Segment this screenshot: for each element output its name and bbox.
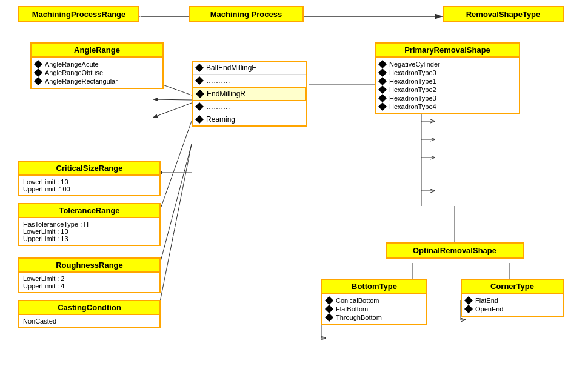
attr-angle-range-acute: AngleRangeAcute bbox=[35, 60, 159, 68]
primary-removal-shape-box: PrimaryRemovalShape NegativeCylinder Hex… bbox=[375, 42, 520, 114]
attr-hexadron-type2: HexadronType2 bbox=[379, 85, 515, 94]
process-item-reaming: Reaming bbox=[193, 113, 306, 125]
diamond-icon bbox=[195, 76, 204, 85]
svg-line-6 bbox=[153, 103, 192, 118]
diamond-icon bbox=[196, 90, 204, 98]
critical-size-range-header: CriticalSizeRange bbox=[19, 162, 159, 176]
diamond-icon bbox=[34, 68, 42, 77]
attr-angle-range-obtuse: AngleRangeObtuse bbox=[35, 68, 159, 77]
roughness-range-header: RoughnessRange bbox=[19, 259, 159, 273]
attr-negative-cylinder: NegativeCylinder bbox=[379, 60, 515, 68]
casting-condtion-body: NonCasted bbox=[19, 315, 159, 327]
roughness-range-body: LowerLimit : 2 UpperLimit : 4 bbox=[19, 273, 159, 292]
tolerance-range-body: HasToleranceType : IT LowerLimit : 10 Up… bbox=[19, 218, 159, 245]
process-item-dotted1: ………. bbox=[193, 75, 306, 87]
attr-hexadron-type4: HexadronType4 bbox=[379, 102, 515, 111]
diamond-icon bbox=[325, 296, 333, 305]
diamond-icon bbox=[464, 296, 473, 305]
primary-removal-shape-body: NegativeCylinder HexadronType0 HexadronT… bbox=[376, 58, 519, 113]
diamond-icon bbox=[195, 64, 204, 72]
svg-line-5 bbox=[153, 99, 192, 100]
bottom-type-box: BottomType ConicalBottom FlatBottom Thro… bbox=[321, 279, 427, 325]
corner-type-body: FlatEnd OpenEnd bbox=[462, 294, 563, 316]
bottom-type-body: ConicalBottom FlatBottom ThroughBottom bbox=[322, 294, 426, 324]
attr-hexadron-type0: HexadronType0 bbox=[379, 68, 515, 77]
primary-removal-shape-header: PrimaryRemovalShape bbox=[376, 44, 519, 58]
attr-flat-end: FlatEnd bbox=[466, 296, 559, 305]
corner-type-header: CornerType bbox=[462, 280, 563, 294]
removal-shape-type-node: RemovalShapeType bbox=[443, 6, 564, 22]
attr-open-end: OpenEnd bbox=[466, 305, 559, 313]
diamond-icon bbox=[34, 60, 42, 68]
diagram-container: RemovalShapeType (top arrows) --> Remova… bbox=[0, 0, 588, 375]
diamond-icon bbox=[195, 115, 204, 124]
diamond-icon bbox=[378, 85, 387, 94]
diamond-icon bbox=[34, 77, 42, 85]
diamond-icon bbox=[378, 94, 387, 102]
process-item-ballend: BallEndMillingF bbox=[193, 62, 306, 75]
critical-size-range-body: LowerLimit : 10 UpperLimit :100 bbox=[19, 176, 159, 195]
corner-type-box: CornerType FlatEnd OpenEnd bbox=[461, 279, 564, 317]
attr-conical-bottom: ConicalBottom bbox=[326, 296, 423, 305]
casting-condtion-header: CastingCondtion bbox=[19, 301, 159, 315]
process-list-box: BallEndMillingF ………. EndMillingR ………. Re… bbox=[192, 61, 307, 127]
diamond-icon bbox=[325, 305, 333, 313]
roughness-range-box: RoughnessRange LowerLimit : 2 UpperLimit… bbox=[18, 257, 161, 293]
process-item-endmilling: EndMillingR bbox=[193, 87, 306, 101]
critical-size-range-box: CriticalSizeRange LowerLimit : 10 UpperL… bbox=[18, 161, 161, 196]
diamond-icon bbox=[195, 102, 204, 111]
diamond-icon bbox=[325, 313, 333, 322]
svg-line-27 bbox=[158, 144, 192, 273]
diamond-icon bbox=[378, 77, 387, 85]
bottom-type-header: BottomType bbox=[322, 280, 426, 294]
diamond-icon bbox=[464, 305, 473, 313]
angle-range-body: AngleRangeAcute AngleRangeObtuse AngleRa… bbox=[32, 58, 162, 88]
attr-angle-range-rectangular: AngleRangeRectangular bbox=[35, 77, 159, 85]
casting-condtion-box: CastingCondtion NonCasted bbox=[18, 300, 161, 328]
angle-range-box: AngleRange AngleRangeAcute AngleRangeObt… bbox=[30, 42, 164, 89]
machining-process-range-node: MachiningProcessRange bbox=[18, 6, 139, 22]
attr-flat-bottom: FlatBottom bbox=[326, 305, 423, 313]
machining-process-node: Machining Process bbox=[189, 6, 304, 22]
attr-hexadron-type1: HexadronType1 bbox=[379, 77, 515, 85]
diamond-icon bbox=[378, 68, 387, 77]
diamond-icon bbox=[378, 60, 387, 68]
attr-through-bottom: ThroughBottom bbox=[326, 313, 423, 322]
optinal-removal-shape-node: OptinalRemovalShape bbox=[386, 242, 524, 259]
tolerance-range-header: ToleranceRange bbox=[19, 204, 159, 218]
svg-line-28 bbox=[158, 144, 192, 314]
svg-line-26 bbox=[158, 121, 192, 217]
diamond-icon bbox=[378, 102, 387, 111]
angle-range-header: AngleRange bbox=[32, 44, 162, 58]
attr-hexadron-type3: HexadronType3 bbox=[379, 94, 515, 102]
process-item-dotted2: ………. bbox=[193, 101, 306, 113]
tolerance-range-box: ToleranceRange HasToleranceType : IT Low… bbox=[18, 203, 161, 246]
